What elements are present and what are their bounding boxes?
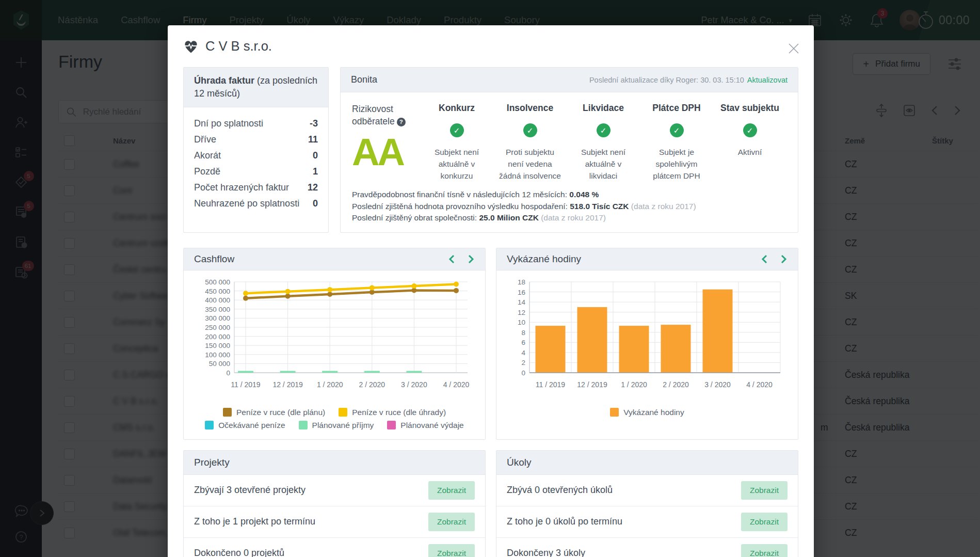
bonita-card: Bonita Poslední aktualizace díky Roger: … — [340, 67, 798, 233]
invoice-stat-label: Akorát — [194, 148, 221, 164]
next-period-icon[interactable] — [467, 254, 475, 264]
list-item-label: Z toho je 1 projekt po termínu — [194, 516, 315, 527]
invoice-card-header: Úhrada faktur (za posledních 12 měsíců) — [184, 68, 328, 107]
legend-label: Peníze v ruce (dle plánu) — [236, 408, 325, 417]
invoice-stat-label: Pozdě — [194, 164, 220, 180]
bonita-stats: Pravděpodobnost finanční tísně v následu… — [352, 189, 786, 224]
invoice-stat-row: Dříve11 — [194, 132, 318, 148]
help-tooltip-icon[interactable]: ? — [397, 118, 406, 126]
invoice-stat-label: Dříve — [194, 132, 216, 148]
svg-text:2 / 2020: 2 / 2020 — [359, 380, 385, 389]
list-item: Z toho je 1 projekt po termínuZobrazit — [184, 506, 485, 537]
legend-label: Plánované výdaje — [400, 421, 463, 430]
check-title: Stav subjektu — [717, 103, 782, 114]
check-circle-icon: ✓ — [670, 123, 684, 137]
invoice-stat-value: 0 — [313, 148, 318, 164]
legend-row: Peníze v ruce (dle plánu)Peníze v ruce (… — [194, 408, 475, 417]
invoice-stat-value: 11 — [308, 132, 318, 148]
legend-label: Plánované příjmy — [312, 421, 374, 430]
zobrazit-button[interactable]: Zobrazit — [428, 481, 475, 500]
svg-text:0: 0 — [226, 369, 230, 377]
cashflow-chart: 050 000100 000150 000200 000250 000300 0… — [194, 277, 475, 405]
close-icon[interactable] — [787, 42, 800, 55]
projects-card: Projekty Zbývají 3 otevřené projektyZobr… — [183, 450, 486, 557]
invoice-stat-row: Neuhrazené po splatnosti0 — [194, 196, 318, 212]
legend-item: Plánované příjmy — [299, 421, 374, 430]
zobrazit-button[interactable]: Zobrazit — [428, 513, 475, 531]
svg-text:8: 8 — [521, 328, 525, 336]
svg-text:1 / 2020: 1 / 2020 — [621, 380, 647, 389]
projects-card-header: Projekty — [184, 451, 485, 475]
stat-value: 0.048 % — [569, 190, 599, 199]
legend-swatch — [339, 408, 347, 417]
svg-text:100 000: 100 000 — [205, 351, 230, 358]
svg-text:11 / 2019: 11 / 2019 — [536, 380, 566, 389]
svg-text:12 / 2019: 12 / 2019 — [577, 380, 607, 389]
zobrazit-button[interactable]: Zobrazit — [741, 544, 788, 557]
invoice-payment-card: Úhrada faktur (za posledních 12 měsíců) … — [183, 67, 329, 233]
cashflow-card-header: Cashflow — [184, 248, 485, 270]
modal-header: C V B s.r.o. — [183, 25, 798, 67]
svg-text:1 / 2020: 1 / 2020 — [317, 380, 343, 389]
application-window: NástěnkaCashflowFirmyProjektyÚkolyVýkazy… — [0, 0, 980, 557]
tasks-card: Úkoly Zbývá 0 otevřených úkolůZobrazitZ … — [496, 450, 798, 557]
invoice-stat-value: -3 — [310, 116, 318, 132]
legend-item: Plánované výdaje — [387, 421, 463, 430]
svg-text:400 000: 400 000 — [205, 296, 230, 304]
svg-text:4 / 2020: 4 / 2020 — [746, 380, 773, 389]
check-text: Subjekt není aktuálně v likvidaci — [571, 146, 636, 182]
legend-item: Vykázané hodiny — [610, 408, 684, 417]
legend-label: Očekávané peníze — [218, 421, 285, 430]
legend-swatch — [223, 408, 232, 417]
check-text: Subjekt není aktuálně v konkurzu — [424, 146, 489, 182]
check-circle-icon: ✓ — [597, 123, 611, 137]
svg-text:150 000: 150 000 — [205, 342, 230, 349]
svg-text:200 000: 200 000 — [205, 332, 230, 340]
list-item: Zbývá 0 otevřených úkolůZobrazit — [496, 475, 798, 506]
prev-period-icon[interactable] — [448, 254, 456, 264]
risk-rating-block: Rizikovost odběratele? AA — [352, 103, 420, 182]
invoice-stat-label: Neuhrazené po splatnosti — [194, 196, 299, 212]
legend-row: Vykázané hodiny — [507, 408, 788, 417]
zobrazit-button[interactable]: Zobrazit — [428, 544, 475, 557]
stat-value: 518.0 Tisíc CZK — [570, 202, 629, 211]
credit-rating: AA — [352, 136, 420, 169]
legend-label: Vykázané hodiny — [623, 408, 684, 417]
stat-value: 25.0 Milion CZK — [479, 213, 538, 222]
check-circle-icon: ✓ — [450, 123, 464, 137]
legend-swatch — [205, 421, 214, 429]
prev-period-icon[interactable] — [761, 254, 768, 264]
update-link[interactable]: Aktualizovat — [747, 76, 788, 84]
zobrazit-button[interactable]: Zobrazit — [741, 481, 788, 500]
list-item-label: Z toho je 0 úkolů po termínu — [507, 516, 622, 527]
svg-text:350 000: 350 000 — [205, 305, 230, 313]
zobrazit-button[interactable]: Zobrazit — [741, 513, 788, 531]
list-item-label: Dokončeno 0 projektů — [194, 548, 284, 557]
svg-text:0: 0 — [521, 369, 525, 377]
modal-title: C V B s.r.o. — [205, 39, 272, 54]
legend-row: Očekávané penízePlánované příjmyPlánovan… — [194, 421, 475, 430]
svg-text:14: 14 — [518, 298, 526, 306]
svg-text:12 / 2019: 12 / 2019 — [272, 380, 303, 389]
invoice-stat-row: Akorát0 — [194, 148, 318, 164]
legend-label: Peníze v ruce (dle úhrady) — [352, 408, 446, 417]
list-item: Zbývají 3 otevřené projektyZobrazit — [184, 475, 485, 506]
invoice-stat-value: 0 — [313, 196, 318, 212]
stat-note: (data z roku 2017) — [629, 202, 696, 211]
svg-text:11 / 2019: 11 / 2019 — [231, 380, 261, 389]
company-detail-modal: C V B s.r.o. Úhrada faktur (za posledníc… — [168, 25, 814, 557]
svg-text:12: 12 — [518, 308, 525, 316]
svg-text:2: 2 — [521, 359, 525, 367]
invoice-stat-row: Dní po splatnosti-3 — [194, 116, 318, 132]
bonita-title: Bonita — [351, 74, 377, 85]
hours-legend: Vykázané hodiny — [507, 408, 788, 421]
list-item: Dokončeno 0 projektůZobrazit — [184, 537, 485, 557]
stat-note: (data z roku 2017) — [539, 213, 606, 222]
invoice-stat-value: 12 — [308, 180, 318, 196]
invoice-stat-label: Dní po splatnosti — [194, 116, 263, 132]
legend-swatch — [610, 408, 619, 417]
invoice-stat-row: Pozdě1 — [194, 164, 318, 180]
next-period-icon[interactable] — [780, 254, 788, 264]
list-item-label: Zbývá 0 otevřených úkolů — [507, 485, 613, 496]
check-circle-icon: ✓ — [523, 123, 537, 137]
